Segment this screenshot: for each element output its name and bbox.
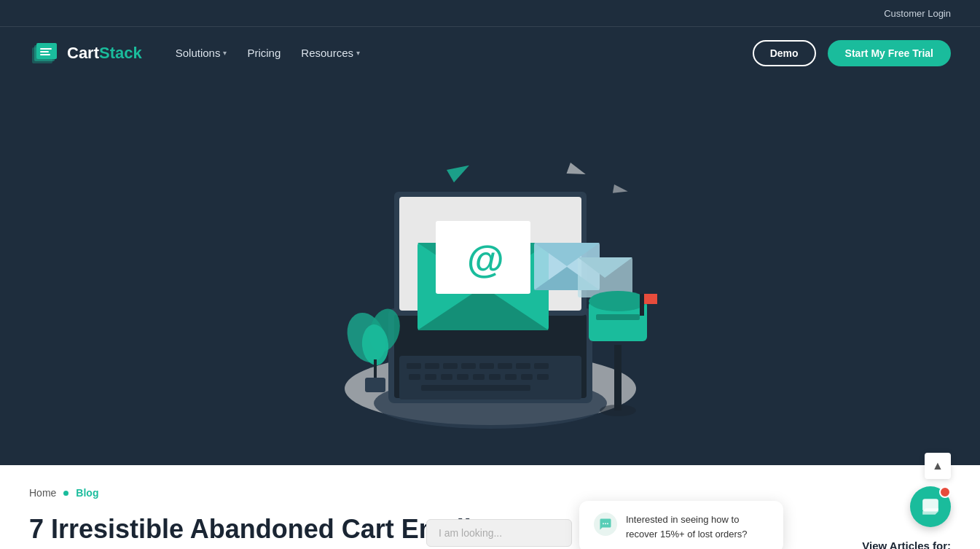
svg-rect-20: [457, 374, 469, 380]
svg-rect-19: [441, 374, 452, 380]
svg-rect-42: [596, 314, 640, 320]
nav-pricing[interactable]: Pricing: [240, 41, 288, 65]
nav-solutions[interactable]: Solutions ▾: [168, 41, 235, 65]
search-placeholder: I am looking...: [439, 527, 502, 539]
view-articles-label: View Articles for:: [862, 540, 951, 549]
demo-button[interactable]: Demo: [753, 40, 816, 66]
svg-rect-23: [505, 374, 517, 380]
chevron-up-icon: ▲: [932, 459, 944, 472]
trial-button[interactable]: Start My Free Trial: [828, 40, 951, 66]
search-bar[interactable]: I am looking...: [426, 519, 572, 547]
svg-point-45: [600, 405, 636, 416]
svg-rect-21: [473, 374, 485, 380]
nav-resources[interactable]: Resources ▾: [294, 41, 367, 65]
svg-rect-24: [521, 374, 533, 380]
svg-point-41: [589, 291, 647, 311]
hero-illustration: @: [0, 79, 980, 465]
svg-rect-12: [461, 363, 476, 369]
svg-rect-18: [425, 374, 436, 380]
chat-message: Interested in seeing how to recover 15%+…: [626, 513, 769, 541]
svg-point-54: [603, 523, 604, 524]
svg-marker-53: [612, 184, 628, 195]
svg-rect-22: [489, 374, 501, 380]
chat-widget-icon: [921, 497, 940, 516]
svg-rect-10: [425, 363, 439, 369]
chat-popup: Interested in seeing how to recover 15%+…: [579, 501, 783, 549]
svg-rect-43: [640, 294, 644, 316]
chat-popup-icon: [594, 513, 617, 536]
svg-rect-14: [498, 363, 512, 369]
logo-icon: [29, 37, 61, 69]
nav-left: CartStack Solutions ▾ Pricing Resources …: [29, 37, 367, 69]
logo[interactable]: CartStack: [29, 37, 142, 69]
customer-login-link[interactable]: Customer Login: [884, 8, 951, 19]
breadcrumb-home[interactable]: Home: [29, 487, 56, 499]
chat-widget-button[interactable]: [910, 486, 951, 527]
svg-marker-51: [447, 159, 473, 182]
svg-rect-44: [644, 294, 657, 304]
svg-rect-15: [516, 363, 530, 369]
breadcrumb-current: Blog: [76, 487, 98, 499]
view-articles-section: View Articles for:: [862, 540, 951, 549]
content-area: Home Blog 7 Irresistible Abandoned Cart …: [0, 465, 980, 549]
svg-rect-39: [614, 345, 622, 410]
message-icon: [599, 518, 612, 531]
navbar: CartStack Solutions ▾ Pricing Resources …: [0, 26, 980, 79]
logo-text: CartStack: [67, 44, 142, 63]
svg-rect-11: [443, 363, 458, 369]
solutions-chevron-icon: ▾: [223, 49, 227, 57]
svg-marker-52: [566, 163, 587, 180]
chat-notification-badge: [939, 486, 951, 498]
svg-rect-26: [421, 385, 530, 391]
svg-point-56: [607, 523, 608, 524]
hero-svg: @: [286, 97, 694, 447]
svg-rect-9: [407, 363, 421, 369]
svg-rect-50: [365, 378, 385, 392]
svg-text:@: @: [467, 238, 504, 280]
svg-rect-13: [479, 363, 494, 369]
scroll-to-top-button[interactable]: ▲: [925, 453, 951, 479]
nav-links: Solutions ▾ Pricing Resources ▾: [168, 41, 367, 65]
breadcrumb-separator: [63, 491, 68, 496]
svg-rect-17: [409, 374, 420, 380]
breadcrumb: Home Blog: [29, 487, 951, 499]
nav-right: Demo Start My Free Trial: [753, 40, 951, 66]
svg-rect-16: [534, 363, 549, 369]
svg-point-55: [605, 523, 606, 524]
top-bar: Customer Login: [0, 0, 980, 26]
resources-chevron-icon: ▾: [356, 49, 360, 57]
hero-section: @: [0, 79, 980, 465]
svg-rect-25: [537, 374, 549, 380]
